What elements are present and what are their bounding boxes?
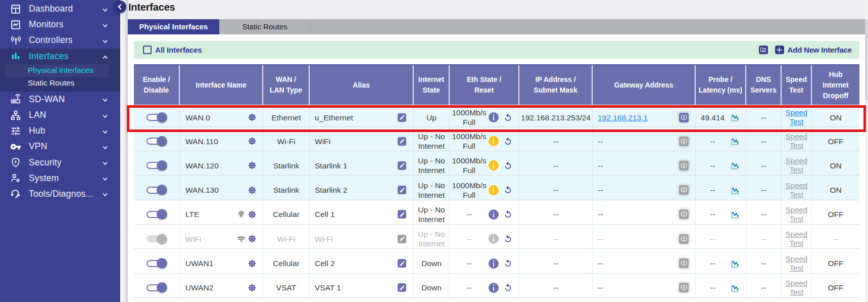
sidebar-subitem-physical-interfaces[interactable]: Physical Interfaces <box>0 64 120 77</box>
edit-alias-button[interactable] <box>398 235 406 243</box>
latency-chart-icon[interactable] <box>730 283 740 293</box>
edit-alias-button[interactable] <box>398 210 406 219</box>
latency-chart-icon[interactable] <box>730 209 740 220</box>
latency-chart-icon[interactable] <box>730 258 740 269</box>
sidebar-item-lan[interactable]: LAN <box>0 107 120 123</box>
speed-test-link[interactable]: SpeedTest <box>786 254 807 273</box>
sidebar-item-tools-diagnos[interactable]: Tools/Diagnos... <box>0 186 120 202</box>
gear-icon[interactable] <box>248 161 257 170</box>
column-header-ip-address-subnet-mask[interactable]: IP Address /Subnet Mask <box>519 65 593 105</box>
speed-test-link[interactable]: SpeedTest <box>786 108 807 126</box>
column-header-wan-lan-type[interactable]: WAN /LAN Type <box>263 65 310 105</box>
gear-icon[interactable] <box>248 113 257 122</box>
edit-alias-button[interactable] <box>398 259 406 268</box>
info-icon[interactable] <box>489 160 499 170</box>
add-interface-button[interactable] <box>775 46 784 55</box>
probe-latency: -- <box>696 209 730 219</box>
column-header-interface-name[interactable]: Interface Name <box>180 65 263 105</box>
reset-icon[interactable] <box>504 259 512 268</box>
speed-test-link[interactable]: SpeedTest <box>786 279 807 297</box>
info-icon[interactable] <box>489 185 499 195</box>
reset-icon[interactable] <box>504 186 512 194</box>
ping-gateway-button[interactable] <box>679 113 689 122</box>
speed-test-link[interactable]: SpeedTest <box>786 156 807 175</box>
ping-gateway-button[interactable] <box>679 234 689 244</box>
sidebar-item-sd-wan[interactable]: SD-WAN <box>0 92 120 107</box>
gear-icon[interactable] <box>248 210 257 219</box>
column-header-internet-state[interactable]: InternetState <box>414 65 450 105</box>
ping-gateway-button[interactable] <box>679 161 689 170</box>
gear-icon[interactable] <box>248 234 257 243</box>
latency-chart-icon[interactable] <box>730 136 740 146</box>
add-interface-label[interactable]: Add New Interface <box>788 46 852 54</box>
scrollbar-thumb[interactable] <box>865 19 868 100</box>
gear-icon[interactable] <box>248 186 257 195</box>
tab-static-routes[interactable]: Static Routes <box>219 19 311 34</box>
info-icon[interactable] <box>489 209 499 220</box>
column-header-hub-internet-dropoff[interactable]: HubInternetDropoff <box>812 65 859 105</box>
info-icon[interactable] <box>489 234 499 244</box>
enable-toggle[interactable] <box>147 282 167 293</box>
latency-chart-icon[interactable] <box>730 185 740 195</box>
reset-icon[interactable] <box>504 210 512 219</box>
back-button[interactable] <box>114 1 126 13</box>
column-header-alias[interactable]: Alias <box>310 65 414 105</box>
enable-toggle[interactable] <box>147 185 167 196</box>
ping-gateway-button[interactable] <box>679 283 689 292</box>
speed-test-link[interactable]: SpeedTest <box>786 230 807 248</box>
enable-toggle[interactable] <box>147 209 167 220</box>
scrollbar[interactable] <box>865 0 868 302</box>
info-icon[interactable] <box>489 283 499 293</box>
reset-icon[interactable] <box>504 137 512 146</box>
reset-icon[interactable] <box>504 113 512 122</box>
gateway-link[interactable]: 192.168.213.1 <box>598 113 648 122</box>
interface-name: WiFi <box>185 234 201 244</box>
speed-test-link[interactable]: SpeedTest <box>786 132 807 150</box>
sidebar-item-vpn[interactable]: VPN <box>0 139 120 154</box>
sidebar-subitem-static-routes[interactable]: Static Routes <box>0 77 120 90</box>
ping-gateway-button[interactable] <box>679 185 689 195</box>
edit-alias-button[interactable] <box>398 113 406 122</box>
column-header-dns-servers[interactable]: DNSServers <box>746 65 782 105</box>
gear-icon[interactable] <box>248 137 257 146</box>
enable-toggle[interactable] <box>147 160 167 171</box>
enable-toggle[interactable] <box>147 136 167 147</box>
sidebar-item-controllers[interactable]: Controllers <box>0 32 120 48</box>
move-to-folder-button[interactable] <box>759 46 768 55</box>
latency-chart-icon[interactable] <box>730 112 740 122</box>
info-icon[interactable] <box>489 258 499 269</box>
edit-alias-button[interactable] <box>398 137 406 146</box>
sidebar-item-interfaces[interactable]: Interfaces <box>0 49 120 64</box>
info-icon[interactable] <box>489 136 499 146</box>
ping-gateway-button[interactable] <box>679 209 689 219</box>
sidebar-item-security[interactable]: Security <box>0 155 120 170</box>
column-header-probe-latency-ms[interactable]: Probe /Latency (ms) <box>696 65 746 105</box>
ping-gateway-button[interactable] <box>679 137 689 146</box>
edit-alias-button[interactable] <box>398 283 406 292</box>
tab-physical-interfaces[interactable]: Physical Interfaces <box>128 19 219 34</box>
speed-test-link[interactable]: SpeedTest <box>786 205 807 224</box>
sidebar-item-dashboard[interactable]: Dashboard <box>0 1 120 17</box>
gear-icon[interactable] <box>248 283 257 292</box>
speed-test-link[interactable]: SpeedTest <box>786 181 807 199</box>
edit-alias-button[interactable] <box>398 186 406 194</box>
sidebar-item-monitors[interactable]: Monitors <box>0 17 120 32</box>
enable-toggle[interactable] <box>147 233 167 244</box>
reset-icon[interactable] <box>504 161 512 170</box>
column-header-eth-state-reset[interactable]: Eth State /Reset <box>450 65 519 105</box>
sidebar-item-system[interactable]: System <box>0 170 120 186</box>
enable-toggle[interactable] <box>147 112 167 123</box>
column-header-gateway-address[interactable]: Gateway Address <box>593 65 696 105</box>
column-header-enable-disable[interactable]: Enable /Disable <box>134 65 180 105</box>
reset-icon[interactable] <box>504 235 512 243</box>
all-interfaces-checkbox[interactable] <box>143 46 152 54</box>
latency-chart-icon[interactable] <box>730 160 740 170</box>
ping-gateway-button[interactable] <box>679 258 689 268</box>
info-icon[interactable] <box>489 112 499 122</box>
sidebar-item-hub[interactable]: Hub <box>0 123 120 139</box>
reset-icon[interactable] <box>504 283 512 292</box>
column-header-speed-test[interactable]: SpeedTest <box>782 65 812 105</box>
gear-icon[interactable] <box>248 259 257 268</box>
edit-alias-button[interactable] <box>398 161 406 170</box>
enable-toggle[interactable] <box>147 258 167 269</box>
